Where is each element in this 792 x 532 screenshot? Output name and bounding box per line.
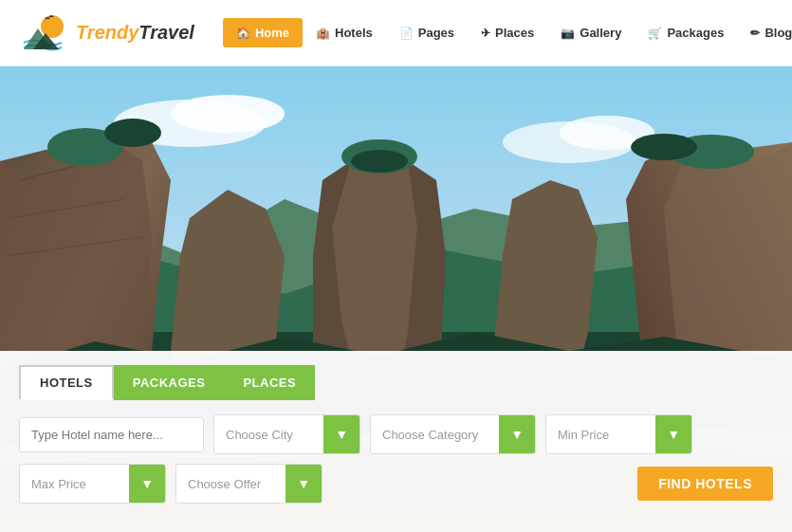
hotel-name-group [19, 417, 204, 452]
min-price-dropdown-btn[interactable]: ▼ [655, 415, 691, 453]
hotel-name-input[interactable] [20, 418, 203, 451]
category-dropdown-label: Choose Category [371, 418, 499, 451]
offer-group: Choose Offer ▼ [175, 464, 322, 504]
min-price-dropdown-label: Min Price [546, 418, 655, 451]
category-group: Choose Category ▼ [370, 414, 536, 454]
svg-point-25 [351, 150, 408, 173]
svg-point-0 [41, 15, 64, 38]
logo-icon [19, 9, 71, 57]
packages-icon: 🛒 [648, 27, 662, 40]
search-tabs: HOTELS PACKAGES PLACES [19, 365, 773, 400]
tab-packages[interactable]: PACKAGES [114, 365, 225, 400]
home-icon: 🏠 [236, 27, 250, 40]
tab-places[interactable]: PLACES [224, 365, 315, 400]
search-row-1: Choose City ▼ Choose Category ▼ Min Pric… [19, 414, 773, 454]
nav-item-home[interactable]: 🏠 Home [223, 18, 303, 47]
gallery-icon: 📷 [561, 27, 575, 40]
nav-item-places[interactable]: ✈ Places [468, 18, 547, 47]
logo-text: TrendyTravel [76, 22, 194, 44]
find-hotels-button[interactable]: FIND HOTELS [637, 467, 773, 501]
blog-icon: ✏ [750, 27, 760, 40]
nav-menu: 🏠 Home 🏨 Hotels 📄 Pages ✈ Places 📷 Galle… [223, 18, 792, 47]
max-price-dropdown-btn[interactable]: ▼ [129, 465, 165, 503]
city-dropdown-btn[interactable]: ▼ [323, 415, 359, 453]
svg-point-17 [104, 119, 161, 147]
svg-point-21 [631, 134, 697, 160]
max-price-dropdown-label: Max Price [20, 468, 129, 501]
offer-dropdown-label: Choose Offer [176, 468, 285, 501]
nav-item-gallery[interactable]: 📷 Gallery [547, 18, 635, 47]
hotels-icon: 🏨 [316, 27, 330, 40]
search-row-2: Max Price ▼ Choose Offer ▼ FIND HOTELS [19, 464, 773, 504]
nav-item-hotels[interactable]: 🏨 Hotels [303, 18, 386, 47]
nav-item-blog[interactable]: ✏ Blog [737, 18, 792, 47]
max-price-group: Max Price ▼ [19, 464, 166, 504]
pages-icon: 📄 [399, 27, 414, 40]
logo[interactable]: TrendyTravel [19, 9, 194, 57]
nav-item-packages[interactable]: 🛒 Packages [635, 18, 737, 47]
hero-section: HOTELS PACKAGES PLACES Choose City ▼ Cho… [0, 66, 792, 532]
category-dropdown-btn[interactable]: ▼ [499, 415, 535, 453]
search-panel: HOTELS PACKAGES PLACES Choose City ▼ Cho… [0, 351, 792, 532]
city-dropdown-label: Choose City [214, 418, 323, 451]
offer-dropdown-btn[interactable]: ▼ [285, 465, 322, 503]
svg-point-5 [171, 95, 285, 133]
places-icon: ✈ [481, 27, 490, 40]
min-price-group: Min Price ▼ [545, 414, 692, 454]
city-group: Choose City ▼ [213, 414, 360, 454]
nav-item-pages[interactable]: 📄 Pages [386, 18, 468, 47]
navbar: TrendyTravel 🏠 Home 🏨 Hotels 📄 Pages ✈ P… [0, 0, 792, 66]
tab-hotels[interactable]: HOTELS [19, 365, 114, 400]
